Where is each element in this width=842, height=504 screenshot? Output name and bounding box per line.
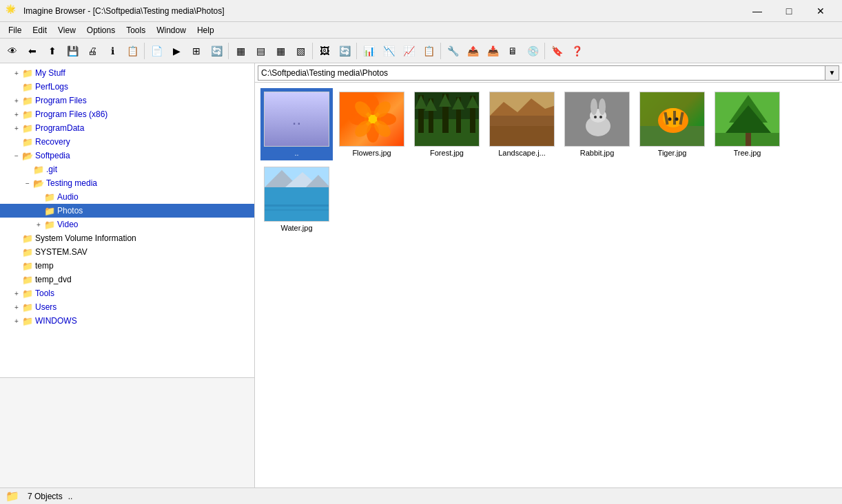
expand-program-files[interactable]: + — [11, 95, 22, 106]
toolbar: 👁 ⬅ ⬆ 💾 🖨 ℹ 📋 📄 ▶ ⊞ 🔄 ▦ ▤ ▦ ▧ 🖼 🔄 📊 📉 📈 … — [0, 39, 842, 63]
expand-tools[interactable]: + — [11, 288, 22, 299]
tree-item-users[interactable]: + 📁 Users — [0, 300, 254, 314]
tree-label-testing-media: Testing media — [46, 178, 97, 188]
thumb-item-parent[interactable]: .. .. — [260, 88, 333, 160]
menu-view[interactable]: View — [52, 24, 81, 36]
tree-item-video[interactable]: + 📁 Video — [0, 218, 254, 231]
tb-props[interactable]: 📄 — [147, 41, 166, 61]
thumb-item-tree[interactable]: Tree.jpg — [711, 88, 783, 160]
tb-disc[interactable]: 💿 — [523, 41, 542, 61]
thumb-item-flowers[interactable]: Flowers.jpg — [336, 88, 408, 160]
thumb-label-parent: .. — [294, 149, 298, 157]
tree-item-tools[interactable]: + 📁 Tools — [0, 286, 254, 300]
tb-help[interactable]: ❓ — [567, 41, 586, 61]
tree-label-program-files-x86: Program Files (x86) — [35, 109, 107, 119]
address-bar: C:\Softpedia\Testing media\Photos ▼ — [255, 63, 842, 83]
tree-item-temp-dvd[interactable]: — 📁 temp_dvd — [0, 273, 254, 286]
expand-windows[interactable]: + — [11, 315, 22, 326]
tb-bookmark[interactable]: 🔖 — [547, 41, 566, 61]
tb-up[interactable]: ⬆ — [43, 41, 62, 61]
folder-icon-perflogs: 📁 — [22, 82, 33, 92]
tb-chart3[interactable]: 📈 — [399, 41, 418, 61]
menu-tools[interactable]: Tools — [121, 24, 151, 36]
tree-item-my-stuff[interactable]: + 📁 My Stuff — [0, 66, 254, 80]
tree-item-photos[interactable]: — 📁 Photos — [0, 204, 254, 218]
tb-slideshow[interactable]: ▶ — [167, 41, 186, 61]
tree-view[interactable]: + 📁 My Stuff — 📁 PerfLogs + 📁 Program Fi… — [0, 63, 254, 377]
expand-video[interactable]: + — [33, 219, 44, 230]
tree-label-perflogs: PerfLogs — [35, 82, 68, 92]
tb-print[interactable]: 🖨 — [83, 41, 102, 61]
tb-grid[interactable]: ⊞ — [187, 41, 206, 61]
expand-users[interactable]: + — [11, 302, 22, 313]
thumbnail-grid[interactable]: .. .. — [255, 83, 842, 487]
tree-item-program-files[interactable]: + 📁 Program Files — [0, 94, 254, 107]
thumb-label-water: Water.jpg — [280, 224, 312, 232]
tree-item-recovery[interactable]: — 📁 Recovery — [0, 135, 254, 149]
tree-item-git[interactable]: — 📁 .git — [0, 162, 254, 176]
thumb-item-tiger[interactable]: Tiger.jpg — [636, 88, 708, 160]
tree-item-audio[interactable]: — 📁 Audio — [0, 190, 254, 204]
tb-refresh[interactable]: 🔄 — [207, 41, 226, 61]
toolbar-sep-1 — [144, 43, 145, 59]
thumb-item-rabbit[interactable]: Rabbit.jpg — [561, 88, 633, 160]
tb-view1[interactable]: ▦ — [231, 41, 250, 61]
tree-item-testing-media[interactable]: − 📂 Testing media — [0, 176, 254, 190]
tb-monitor[interactable]: 🖥 — [503, 41, 522, 61]
thumb-label-flowers: Flowers.jpg — [352, 149, 391, 157]
menu-edit[interactable]: Edit — [27, 24, 52, 36]
expand-programdata[interactable]: + — [11, 123, 22, 134]
close-button[interactable]: ✕ — [805, 1, 836, 21]
tb-chart2[interactable]: 📉 — [379, 41, 398, 61]
tb-refresh2[interactable]: 🔄 — [335, 41, 354, 61]
tree-item-system-sav[interactable]: — 📁 SYSTEM.SAV — [0, 245, 254, 259]
thumb-image-parent: .. — [264, 92, 329, 147]
tb-eye[interactable]: 👁 — [3, 41, 22, 61]
tb-tools[interactable]: 🔧 — [443, 41, 462, 61]
tree-label-git: .git — [46, 165, 57, 174]
tree-label-tools: Tools — [35, 288, 54, 298]
tb-img[interactable]: 🖼 — [315, 41, 334, 61]
expand-program-files-x86[interactable]: + — [11, 109, 22, 120]
expand-my-stuff[interactable]: + — [11, 67, 22, 78]
minimize-button[interactable]: — — [741, 1, 773, 21]
folder-icon-windows: 📁 — [22, 316, 33, 326]
tree-item-programdata[interactable]: + 📁 ProgramData — [0, 121, 254, 135]
tree-label-photos: Photos — [57, 206, 83, 216]
thumb-item-water[interactable]: Water.jpg — [260, 163, 333, 235]
menu-window[interactable]: Window — [151, 24, 192, 36]
tree-label-windows: WINDOWS — [35, 316, 77, 326]
tree-item-windows[interactable]: + 📁 WINDOWS — [0, 314, 254, 328]
expand-softpedia[interactable]: − — [11, 150, 22, 161]
thumb-image-rabbit — [564, 92, 630, 147]
tb-view3[interactable]: ▦ — [271, 41, 290, 61]
folder-icon-program-files: 📁 — [22, 96, 33, 106]
tree-item-system-volume[interactable]: — 📁 System Volume Information — [0, 231, 254, 245]
tb-save[interactable]: 💾 — [63, 41, 82, 61]
tb-export[interactable]: 📤 — [463, 41, 482, 61]
menu-file[interactable]: File — [3, 24, 27, 36]
thumb-item-forest[interactable]: Forest.jpg — [411, 88, 483, 160]
thumb-item-landscape[interactable]: Landscape.j... — [486, 88, 558, 160]
status-folder-icon: 📁 — [6, 490, 19, 503]
address-input[interactable]: C:\Softpedia\Testing media\Photos — [258, 65, 825, 81]
tb-info[interactable]: ℹ — [103, 41, 122, 61]
tb-back[interactable]: ⬅ — [23, 41, 42, 61]
tree-item-program-files-x86[interactable]: + 📁 Program Files (x86) — [0, 107, 254, 121]
tb-view4[interactable]: ▧ — [291, 41, 310, 61]
address-dropdown[interactable]: ▼ — [825, 65, 839, 81]
menu-options[interactable]: Options — [81, 24, 121, 36]
tb-import[interactable]: 📥 — [483, 41, 502, 61]
svg-point-39 — [668, 118, 672, 121]
tb-view2[interactable]: ▤ — [251, 41, 270, 61]
tree-item-perflogs[interactable]: — 📁 PerfLogs — [0, 80, 254, 94]
maximize-button[interactable]: □ — [773, 1, 805, 21]
menu-help[interactable]: Help — [192, 24, 220, 36]
svg-point-28 — [591, 98, 597, 115]
tree-item-temp[interactable]: — 📁 temp — [0, 259, 254, 273]
expand-testing-media[interactable]: − — [22, 178, 33, 189]
tree-item-softpedia[interactable]: − 📂 Softpedia — [0, 149, 254, 162]
tb-chart4[interactable]: 📋 — [419, 41, 438, 61]
tb-chart1[interactable]: 📊 — [359, 41, 378, 61]
tb-copy[interactable]: 📋 — [123, 41, 142, 61]
